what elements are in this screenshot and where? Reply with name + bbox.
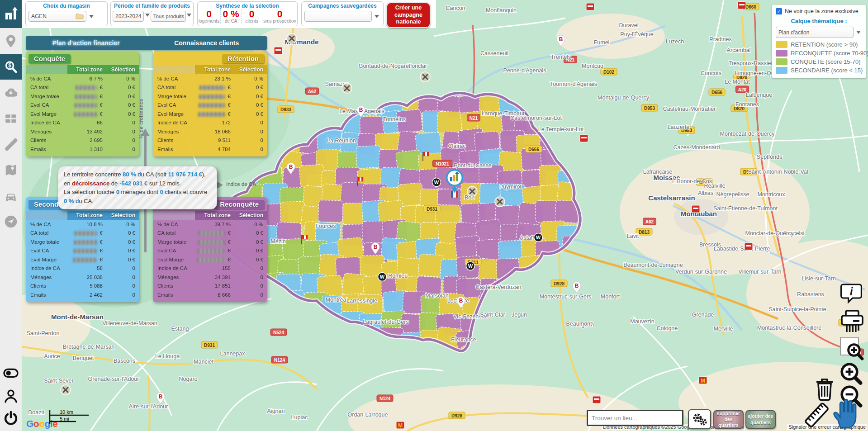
map-label: Tournon-d'Agenais: [550, 81, 597, 87]
svg-text:A20: A20: [738, 87, 747, 92]
map-poi-tools[interactable]: [342, 83, 352, 93]
sidebar-item-car[interactable]: [0, 183, 22, 208]
create-national-campaign-button[interactable]: Créer une campagne nationale: [386, 2, 431, 28]
map-poi-tools[interactable]: [495, 197, 505, 207]
legend-swatch: [776, 50, 787, 57]
map-poi-tools[interactable]: [467, 186, 477, 196]
map-poi-red[interactable]: [738, 2, 746, 9]
map-label: Pont-du-Casse: [454, 162, 491, 169]
map-ruler-icon[interactable]: [802, 402, 832, 431]
store-select[interactable]: AGEN: [28, 11, 86, 22]
layer-select-arrow[interactable]: [855, 28, 862, 37]
thematic-layer-title: Calque thématique :: [776, 18, 862, 24]
legend-item: CONQUETE (score 15-70): [776, 58, 862, 65]
map-label: Estang: [171, 326, 189, 332]
map-poi-mcdo[interactable]: M: [396, 422, 404, 429]
map-label: Luzech: [666, 38, 684, 45]
legend-item: RETENTION (score > 90): [776, 41, 862, 48]
app-root: D933 D933 D931 D931 N1021 A62 A62 D666 N…: [0, 0, 868, 431]
map-poi-mcdo[interactable]: M: [699, 377, 707, 384]
send-icon: [4, 215, 18, 228]
toggle-icon: [3, 365, 19, 381]
road-shield: D953: [641, 104, 658, 111]
map-label: Rabastens: [797, 291, 824, 298]
sidebar-item-data-grid[interactable]: [0, 105, 22, 131]
sidebar-item-ruler[interactable]: [0, 131, 22, 157]
store-select-arrow[interactable]: [88, 12, 95, 20]
period-select-arrow[interactable]: [145, 11, 149, 19]
map-poi-wcircle[interactable]: W: [378, 273, 387, 281]
sidebar-item-map[interactable]: [0, 157, 22, 183]
campaigns-select[interactable]: [304, 11, 372, 22]
card-row: Indice de CA660: [26, 118, 139, 128]
products-select[interactable]: Tous produits: [151, 11, 186, 22]
layer-select[interactable]: Plan d'action: [776, 27, 854, 38]
card-row: Indice de CA580: [26, 264, 139, 273]
map-poi-red[interactable]: [580, 135, 588, 142]
map-label: Montréal: [326, 297, 348, 303]
card-row: Clients5 0880: [26, 282, 139, 291]
sidebar-item-cloud-download[interactable]: [0, 80, 22, 105]
map-poi-red[interactable]: [593, 396, 601, 403]
card-row: % de CA10.8 %0 %: [26, 220, 139, 229]
map-label: Lauzerte: [668, 124, 690, 130]
hand-icon[interactable]: [829, 394, 866, 431]
campaigns-select-arrow[interactable]: [373, 12, 380, 20]
svg-text:W: W: [468, 263, 473, 269]
map-poi-tools[interactable]: [61, 385, 71, 395]
exclusive-zone-checkbox[interactable]: ✓: [776, 8, 782, 14]
map-label: Verdun-sur-Garonne: [675, 269, 727, 275]
synthesis-stats: 0logements0 %de CA0clients0sms prospecti…: [198, 9, 297, 24]
card-row: Clients9 5110: [153, 136, 267, 145]
zoom-selection-icon[interactable]: [839, 336, 864, 363]
add-districts-button[interactable]: ajouter des quartiers: [745, 410, 776, 429]
road-shield: D928: [449, 412, 465, 419]
map-label: Benquet: [73, 355, 94, 361]
zoom-in-icon[interactable]: [839, 362, 864, 387]
tab-connaissance-clients[interactable]: Connaissance clients: [147, 36, 267, 50]
road-shield: A62: [306, 88, 319, 95]
card-row: Evol Marge €0 €: [153, 109, 267, 118]
map-poi-wcircle[interactable]: W: [534, 233, 543, 242]
card-table-header: Total zoneSélection: [26, 211, 139, 220]
delete-districts-button[interactable]: supprimer des quartiers: [713, 410, 744, 429]
car-icon: [4, 189, 18, 203]
products-select-arrow[interactable]: [187, 11, 191, 19]
map-label: Nègrepelisse: [716, 191, 749, 198]
map-poi-red[interactable]: [745, 243, 753, 250]
map-label: Saint-Sulpice-la-Pointe: [768, 306, 826, 313]
app-logo[interactable]: [0, 0, 22, 28]
tab-plan-action-financier[interactable]: Plan d'action financier: [26, 36, 147, 50]
card-row: Marge totale €0 €: [153, 237, 267, 246]
map-label: Monfort: [601, 294, 620, 300]
info-bubble-icon[interactable]: i: [840, 282, 864, 307]
printer-icon[interactable]: [840, 309, 865, 336]
map-poi-red[interactable]: [692, 205, 700, 213]
map-poi-tools[interactable]: [287, 33, 297, 43]
map-label: Arcambal: [727, 47, 751, 53]
map-poi-red[interactable]: [274, 47, 282, 54]
map-poi-wcircle[interactable]: W: [432, 178, 441, 187]
map-poi-wcircle[interactable]: W: [466, 262, 475, 270]
map-poi-tools[interactable]: [420, 72, 430, 82]
svg-text:D928: D928: [554, 281, 564, 286]
card-row: Ménages25 0380: [26, 273, 139, 282]
period-select[interactable]: 2023-2024: [113, 11, 144, 22]
legend-swatch: [776, 67, 787, 74]
road-shield: N124: [377, 395, 393, 402]
map-label: Aurice: [44, 353, 60, 360]
sidebar-item-send[interactable]: [0, 208, 22, 234]
sidebar-item-user[interactable]: [0, 387, 22, 405]
map-poi-red[interactable]: [586, 3, 594, 10]
card-row: Clients17 8510: [153, 282, 267, 291]
map-label: Cancon: [446, 5, 465, 11]
sidebar-item-toggle[interactable]: [0, 364, 22, 382]
sidebar-item-power[interactable]: [0, 409, 22, 427]
sidebar-item-money-search[interactable]: $: [0, 54, 22, 80]
map-label: Larressingle: [346, 298, 377, 304]
sidebar-item-map-pin[interactable]: [0, 28, 22, 54]
map-settings-button[interactable]: [688, 409, 711, 429]
selection-synthesis-panel: Synthèse de la sélection 0logements0 %de…: [197, 1, 298, 26]
card-row: CA total €0 €: [26, 83, 139, 92]
find-place-input[interactable]: Trouver un lieu...: [587, 410, 683, 426]
